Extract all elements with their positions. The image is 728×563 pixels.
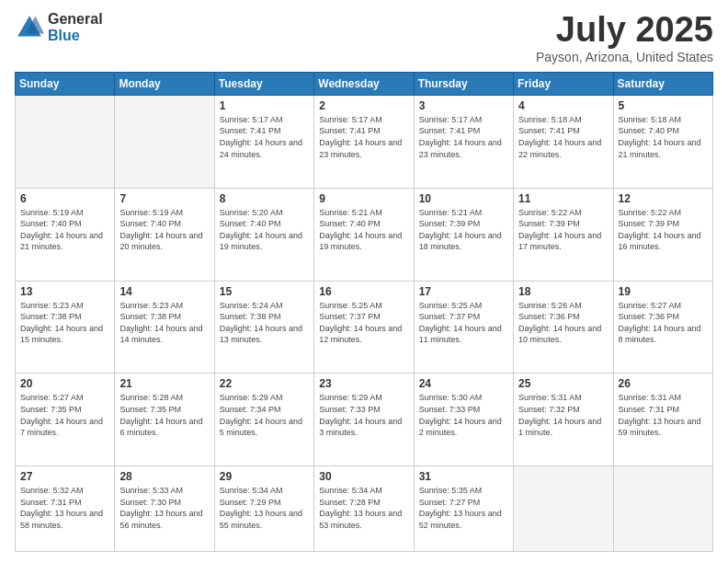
col-friday: Friday [514,72,613,95]
col-wednesday: Wednesday [314,72,414,95]
table-row: 15Sunrise: 5:24 AM Sunset: 7:38 PM Dayli… [214,281,313,373]
day-info: Sunrise: 5:24 AM Sunset: 7:38 PM Dayligh… [220,300,309,346]
table-row: 28Sunrise: 5:33 AM Sunset: 7:30 PM Dayli… [115,466,214,552]
day-number: 11 [518,192,608,205]
title-block: July 2025 Payson, Arizona, United States [536,11,713,64]
day-number: 26 [619,377,708,390]
table-row: 22Sunrise: 5:29 AM Sunset: 7:34 PM Dayli… [214,373,313,466]
table-row: 3Sunrise: 5:17 AM Sunset: 7:41 PM Daylig… [414,95,513,188]
table-row: 17Sunrise: 5:25 AM Sunset: 7:37 PM Dayli… [414,281,513,373]
logo-blue-text: Blue [48,28,103,44]
table-row: 12Sunrise: 5:22 AM Sunset: 7:39 PM Dayli… [613,188,712,281]
table-row: 21Sunrise: 5:28 AM Sunset: 7:35 PM Dayli… [115,373,214,466]
header: General Blue July 2025 Payson, Arizona, … [15,11,713,64]
calendar-header-row: Sunday Monday Tuesday Wednesday Thursday… [16,72,713,95]
day-number: 20 [20,377,109,390]
day-number: 25 [518,377,608,390]
day-number: 3 [419,99,508,112]
table-row: 19Sunrise: 5:27 AM Sunset: 7:36 PM Dayli… [613,281,712,373]
table-row: 13Sunrise: 5:23 AM Sunset: 7:38 PM Dayli… [16,281,115,373]
table-row [613,466,712,552]
day-number: 22 [220,377,309,390]
table-row: 24Sunrise: 5:30 AM Sunset: 7:33 PM Dayli… [414,373,513,466]
day-info: Sunrise: 5:22 AM Sunset: 7:39 PM Dayligh… [619,207,708,253]
day-info: Sunrise: 5:33 AM Sunset: 7:30 PM Dayligh… [119,485,209,531]
day-number: 16 [319,285,408,298]
table-row: 25Sunrise: 5:31 AM Sunset: 7:32 PM Dayli… [514,373,613,466]
day-number: 24 [419,377,508,390]
col-thursday: Thursday [414,72,513,95]
location: Payson, Arizona, United States [536,50,713,64]
table-row: 7Sunrise: 5:19 AM Sunset: 7:40 PM Daylig… [115,188,214,281]
day-number: 27 [20,470,109,483]
day-number: 19 [619,285,708,298]
logo: General Blue [15,11,103,43]
day-number: 21 [119,377,209,390]
day-info: Sunrise: 5:19 AM Sunset: 7:40 PM Dayligh… [119,207,209,253]
day-number: 29 [220,470,309,483]
table-row: 6Sunrise: 5:19 AM Sunset: 7:40 PM Daylig… [16,188,115,281]
col-monday: Monday [115,72,214,95]
table-row: 14Sunrise: 5:23 AM Sunset: 7:38 PM Dayli… [115,281,214,373]
day-info: Sunrise: 5:19 AM Sunset: 7:40 PM Dayligh… [20,207,109,253]
table-row: 31Sunrise: 5:35 AM Sunset: 7:27 PM Dayli… [414,466,513,552]
month-title: July 2025 [536,11,713,50]
day-info: Sunrise: 5:22 AM Sunset: 7:39 PM Dayligh… [518,207,608,253]
table-row: 26Sunrise: 5:31 AM Sunset: 7:31 PM Dayli… [613,373,712,466]
day-info: Sunrise: 5:25 AM Sunset: 7:37 PM Dayligh… [419,300,508,346]
table-row: 2Sunrise: 5:17 AM Sunset: 7:41 PM Daylig… [314,95,414,188]
logo-general-text: General [48,11,103,28]
day-info: Sunrise: 5:21 AM Sunset: 7:39 PM Dayligh… [419,207,508,253]
day-number: 5 [619,99,708,112]
table-row: 8Sunrise: 5:20 AM Sunset: 7:40 PM Daylig… [214,188,313,281]
day-info: Sunrise: 5:31 AM Sunset: 7:32 PM Dayligh… [518,392,608,438]
day-info: Sunrise: 5:27 AM Sunset: 7:35 PM Dayligh… [20,392,109,438]
table-row: 10Sunrise: 5:21 AM Sunset: 7:39 PM Dayli… [414,188,513,281]
table-row: 1Sunrise: 5:17 AM Sunset: 7:41 PM Daylig… [214,95,313,188]
day-number: 23 [319,377,408,390]
table-row: 20Sunrise: 5:27 AM Sunset: 7:35 PM Dayli… [16,373,115,466]
table-row: 18Sunrise: 5:26 AM Sunset: 7:36 PM Dayli… [514,281,613,373]
day-number: 14 [119,285,209,298]
table-row: 16Sunrise: 5:25 AM Sunset: 7:37 PM Dayli… [314,281,414,373]
table-row [115,95,214,188]
day-number: 8 [220,192,309,205]
calendar-table: Sunday Monday Tuesday Wednesday Thursday… [15,72,713,552]
day-info: Sunrise: 5:17 AM Sunset: 7:41 PM Dayligh… [319,114,408,160]
day-number: 9 [319,192,408,205]
day-info: Sunrise: 5:18 AM Sunset: 7:41 PM Dayligh… [518,114,608,160]
day-info: Sunrise: 5:25 AM Sunset: 7:37 PM Dayligh… [319,300,408,346]
col-tuesday: Tuesday [214,72,313,95]
logo-icon [15,13,44,42]
day-info: Sunrise: 5:28 AM Sunset: 7:35 PM Dayligh… [119,392,209,438]
day-number: 1 [220,99,309,112]
day-info: Sunrise: 5:23 AM Sunset: 7:38 PM Dayligh… [20,300,109,346]
day-info: Sunrise: 5:27 AM Sunset: 7:36 PM Dayligh… [619,300,708,346]
day-number: 31 [419,470,508,483]
day-info: Sunrise: 5:30 AM Sunset: 7:33 PM Dayligh… [419,392,508,438]
day-info: Sunrise: 5:26 AM Sunset: 7:36 PM Dayligh… [518,300,608,346]
day-info: Sunrise: 5:21 AM Sunset: 7:40 PM Dayligh… [319,207,408,253]
day-number: 17 [419,285,508,298]
day-number: 10 [419,192,508,205]
day-info: Sunrise: 5:17 AM Sunset: 7:41 PM Dayligh… [220,114,309,160]
table-row: 27Sunrise: 5:32 AM Sunset: 7:31 PM Dayli… [16,466,115,552]
day-info: Sunrise: 5:23 AM Sunset: 7:38 PM Dayligh… [119,300,209,346]
day-number: 30 [319,470,408,483]
day-number: 7 [119,192,209,205]
day-number: 2 [319,99,408,112]
table-row [514,466,613,552]
day-info: Sunrise: 5:20 AM Sunset: 7:40 PM Dayligh… [220,207,309,253]
day-number: 15 [220,285,309,298]
table-row [16,95,115,188]
day-info: Sunrise: 5:35 AM Sunset: 7:27 PM Dayligh… [419,485,508,531]
col-sunday: Sunday [16,72,115,95]
day-info: Sunrise: 5:29 AM Sunset: 7:34 PM Dayligh… [220,392,309,438]
logo-text: General Blue [48,11,103,43]
day-info: Sunrise: 5:31 AM Sunset: 7:31 PM Dayligh… [619,392,708,438]
table-row: 29Sunrise: 5:34 AM Sunset: 7:29 PM Dayli… [214,466,313,552]
page: General Blue July 2025 Payson, Arizona, … [0,0,728,563]
day-info: Sunrise: 5:17 AM Sunset: 7:41 PM Dayligh… [419,114,508,160]
day-info: Sunrise: 5:29 AM Sunset: 7:33 PM Dayligh… [319,392,408,438]
day-number: 12 [619,192,708,205]
